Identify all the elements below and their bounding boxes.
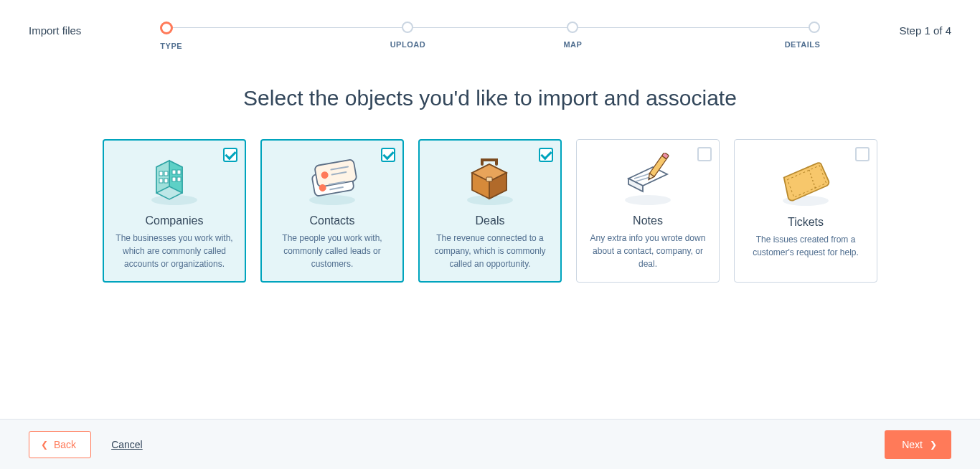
card-description: Any extra info you wrote down about a co… (587, 232, 709, 270)
rolodex-icon (296, 151, 368, 207)
svg-point-12 (309, 195, 355, 205)
step-dot-icon (809, 22, 820, 33)
svg-point-26 (625, 195, 671, 205)
card-description: The businesses you work with, which are … (113, 232, 235, 270)
briefcase-icon (454, 151, 526, 207)
checkbox-icon[interactable] (855, 147, 870, 161)
back-button-label: Back (54, 439, 76, 450)
checkbox-icon[interactable] (223, 148, 237, 162)
ticket-icon (770, 151, 842, 209)
svg-rect-8 (172, 170, 176, 174)
card-title: Notes (633, 214, 663, 227)
step-upload[interactable]: UPLOAD (325, 22, 490, 50)
card-notes[interactable]: Notes Any extra info you wrote down abou… (576, 139, 720, 283)
card-title: Tickets (788, 216, 824, 229)
step-counter: Step 1 of 4 (899, 22, 951, 37)
card-deals[interactable]: Deals The revenue connected to a company… (418, 139, 562, 283)
chevron-left-icon: ❮ (41, 440, 48, 450)
wizard-footer: ❮ Back Cancel Next ❯ (0, 419, 980, 469)
main-heading: Select the objects you'd like to import … (43, 86, 937, 110)
card-companies[interactable]: Companies The businesses you work with, … (103, 139, 246, 283)
next-button-label: Next (902, 439, 923, 450)
card-tickets[interactable]: Tickets The issues created from a custom… (734, 139, 877, 283)
note-pencil-icon (612, 151, 684, 207)
step-label: TYPE (160, 42, 182, 50)
wizard-header: Import files TYPE UPLOAD MAP DETAILS Ste… (0, 0, 980, 50)
step-dot-icon (402, 22, 413, 33)
svg-rect-10 (172, 177, 176, 181)
step-label: UPLOAD (390, 40, 425, 49)
step-label: MAP (563, 40, 582, 49)
object-cards: Companies The businesses you work with, … (43, 139, 937, 283)
step-dot-icon (567, 22, 578, 33)
page-title: Import files (29, 22, 81, 37)
svg-rect-11 (177, 177, 181, 181)
card-title: Deals (476, 214, 505, 227)
card-title: Contacts (309, 214, 354, 227)
svg-rect-6 (159, 179, 163, 183)
card-contacts[interactable]: Contacts The people you work with, commo… (260, 139, 404, 283)
next-button[interactable]: Next ❯ (885, 430, 951, 459)
chevron-right-icon: ❯ (930, 440, 937, 450)
main-content: Select the objects you'd like to import … (0, 50, 980, 283)
stepper: TYPE UPLOAD MAP DETAILS (160, 22, 820, 50)
step-type[interactable]: TYPE (160, 22, 325, 50)
step-label: DETAILS (785, 40, 821, 49)
svg-rect-5 (164, 171, 168, 176)
checkbox-icon[interactable] (539, 148, 553, 162)
svg-rect-4 (159, 171, 163, 176)
step-dot-icon (160, 22, 173, 34)
card-title: Companies (146, 214, 204, 227)
svg-rect-9 (177, 170, 181, 174)
svg-rect-7 (164, 179, 168, 183)
card-description: The revenue connected to a company, whic… (429, 232, 551, 270)
checkbox-icon[interactable] (697, 147, 712, 161)
building-icon (138, 151, 210, 207)
step-details[interactable]: DETAILS (655, 22, 820, 50)
step-map[interactable]: MAP (490, 22, 655, 50)
card-description: The issues created from a customer's req… (745, 233, 867, 259)
cancel-button[interactable]: Cancel (111, 439, 143, 450)
checkbox-icon[interactable] (381, 148, 395, 162)
back-button[interactable]: ❮ Back (29, 431, 91, 458)
svg-rect-25 (486, 177, 492, 181)
card-description: The people you work with, commonly calle… (271, 232, 393, 270)
